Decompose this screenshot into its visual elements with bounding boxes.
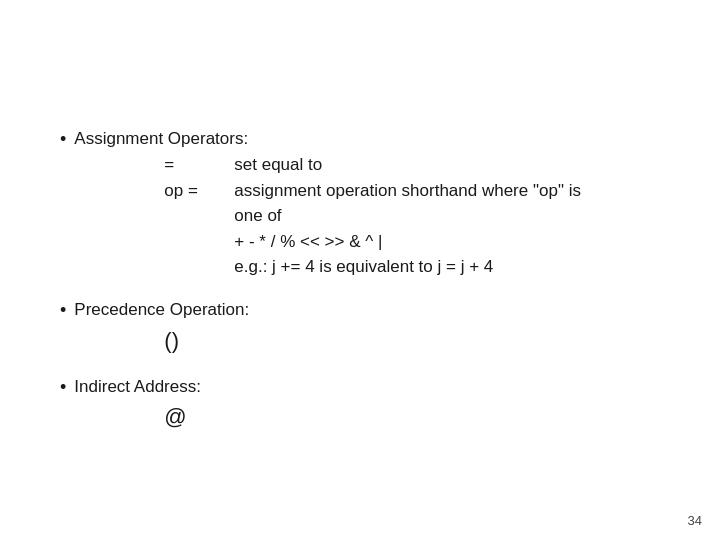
slide-content: • Assignment Operators: = set equal to o… [0,0,720,540]
precedence-body: Precedence Operation: () [74,298,249,357]
bullet-dot: • [60,298,66,323]
op-example: e.g.: j += 4 is equivalent to j = j + 4 [234,254,581,280]
equals-symbol: = [164,152,234,178]
indirect-symbol: @ [164,400,201,433]
list-item: • Precedence Operation: () [60,298,660,357]
assignment-indent: = set equal to op = assignment operation… [164,152,581,280]
op-symbol: op = [164,178,234,280]
op-desc-line1: assignment operation shorthand where "op… [234,178,581,204]
assignment-row-equals: = set equal to [164,152,581,178]
indirect-body: Indirect Address: @ [74,375,201,434]
bullet-list: • Assignment Operators: = set equal to o… [60,127,660,434]
bullet-dot: • [60,375,66,400]
list-item: • Indirect Address: @ [60,375,660,434]
op-desc-block: assignment operation shorthand where "op… [234,178,581,280]
bullet-dot: • [60,127,66,152]
assignment-row-op: op = assignment operation shorthand wher… [164,178,581,280]
assignment-title: Assignment Operators: [74,127,581,151]
assignment-body: Assignment Operators: = set equal to op … [74,127,581,280]
indirect-title: Indirect Address: [74,375,201,399]
op-desc-line2: one of [234,203,581,229]
equals-desc: set equal to [234,152,322,178]
page-number: 34 [688,513,702,528]
precedence-symbol: () [164,324,249,357]
list-item: • Assignment Operators: = set equal to o… [60,127,660,280]
precedence-title: Precedence Operation: [74,298,249,322]
op-operators: + - * / % << >> & ^ | [234,229,581,255]
